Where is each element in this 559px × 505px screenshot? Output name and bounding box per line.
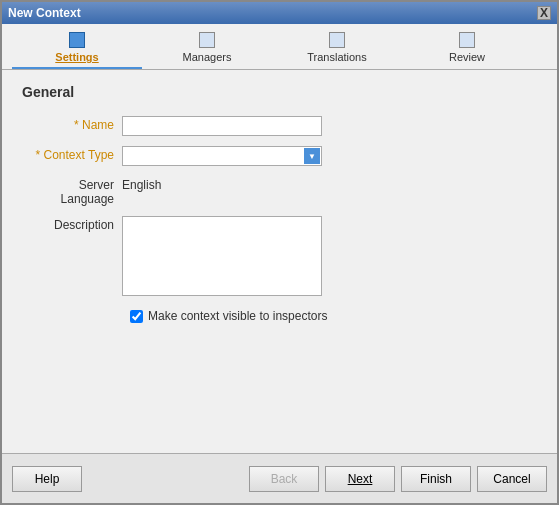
- server-language-value: English: [122, 176, 161, 192]
- close-button[interactable]: X: [537, 6, 551, 20]
- content-area: General * Name * Context Type Server L: [2, 70, 557, 453]
- step-review[interactable]: Review: [402, 32, 532, 69]
- back-button[interactable]: Back: [249, 466, 319, 492]
- step-settings-icon: [69, 32, 85, 48]
- dialog: New Context X Settings Managers Translat…: [0, 0, 559, 505]
- name-row: * Name: [22, 116, 537, 136]
- step-settings[interactable]: Settings: [12, 32, 142, 69]
- description-row: Description: [22, 216, 537, 299]
- footer: Help Back Next Finish Cancel: [2, 453, 557, 503]
- step-managers-label: Managers: [183, 51, 232, 63]
- context-type-row: * Context Type: [22, 146, 537, 166]
- finish-button[interactable]: Finish: [401, 466, 471, 492]
- titlebar: New Context X: [2, 2, 557, 24]
- help-button[interactable]: Help: [12, 466, 82, 492]
- step-settings-label: Settings: [55, 51, 98, 63]
- step-translations-icon: [329, 32, 345, 48]
- checkbox-label: Make context visible to inspectors: [148, 309, 327, 323]
- step-managers[interactable]: Managers: [142, 32, 272, 69]
- step-review-icon: [459, 32, 475, 48]
- description-label: Description: [22, 216, 122, 232]
- footer-left: Help: [12, 466, 249, 492]
- next-button[interactable]: Next: [325, 466, 395, 492]
- description-control: [122, 216, 322, 299]
- dialog-title: New Context: [8, 6, 81, 20]
- checkbox-row: Make context visible to inspectors: [130, 309, 537, 323]
- cancel-button[interactable]: Cancel: [477, 466, 547, 492]
- name-control: [122, 116, 322, 136]
- description-textarea[interactable]: [122, 216, 322, 296]
- section-title: General: [22, 84, 537, 100]
- step-translations-label: Translations: [307, 51, 367, 63]
- step-managers-icon: [199, 32, 215, 48]
- visible-checkbox[interactable]: [130, 310, 143, 323]
- name-input[interactable]: [122, 116, 322, 136]
- server-language-label: Server Language: [22, 176, 122, 206]
- context-type-label: * Context Type: [22, 146, 122, 162]
- context-type-select[interactable]: [122, 146, 322, 166]
- name-label: * Name: [22, 116, 122, 132]
- footer-right: Back Next Finish Cancel: [249, 466, 547, 492]
- server-language-row: Server Language English: [22, 176, 537, 206]
- step-review-label: Review: [449, 51, 485, 63]
- context-type-control: [122, 146, 322, 166]
- wizard-steps: Settings Managers Translations Review: [2, 24, 557, 70]
- context-type-select-wrapper: [122, 146, 322, 166]
- step-translations[interactable]: Translations: [272, 32, 402, 69]
